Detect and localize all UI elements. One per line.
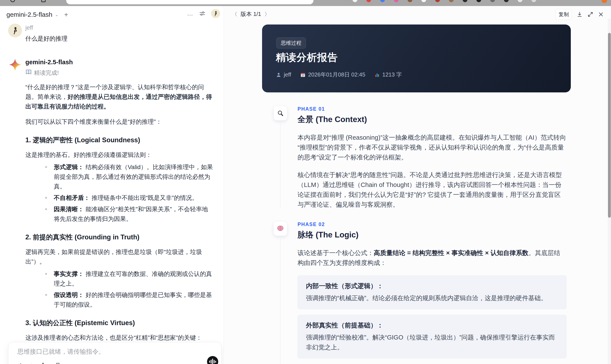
report-document: 思维过程 精读分析报告 jeff 17 2026年01月08日 02:45 12…: [262, 25, 571, 364]
chat-input[interactable]: [17, 348, 207, 358]
report-meta: jeff 17 2026年01月08日 02:45 1213 字: [276, 71, 402, 78]
skills-diamond-icon[interactable]: [40, 362, 46, 364]
gemini-icon: [8, 58, 22, 72]
author-meta: jeff: [276, 71, 291, 78]
reload-icon[interactable]: [10, 0, 15, 2]
phase-paragraph: 核心情境在于解决“思考的随意性”问题。不论是人类通过批判性思维进行决策，还是大语…: [298, 170, 567, 209]
section-heading-2: 2. 前提的真实性 (Grounding in Truth): [25, 232, 213, 242]
section-heading-3: 3. 认知的公正性 (Epistemic Virtues): [25, 318, 213, 328]
list-item: 形式逻辑：结构必须有效（Valid）。比如演绎推理中，如果前提全部为真，那么通过…: [25, 162, 213, 191]
extension-icon[interactable]: [435, 0, 440, 2]
waveform-icon: [209, 359, 216, 364]
artifact-toolbar: 〈 版本 1/1 〉 复制: [224, 6, 611, 22]
version-label: 版本 1/1: [240, 10, 261, 18]
phase-paragraph: 本内容是对“推理 (Reasoning)”这一抽象概念的高层建模。在知识爆炸与人…: [298, 133, 567, 162]
report-badge: 思维过程: [276, 37, 306, 49]
assistant-name: gemini-2.5-flash: [25, 57, 213, 66]
book-icon: [25, 69, 32, 77]
assistant-message: gemini-2.5-flash 精读完成! “什么是好的推理？”这是一个涉及逻…: [0, 57, 224, 364]
list-item: 事实支撑：推理建立在可靠的数据、准确的观测或公认的真理之上。: [25, 269, 213, 288]
artifact-panel: 〈 版本 1/1 〉 复制 思维: [224, 6, 611, 364]
bookmark-icon[interactable]: [55, 362, 61, 364]
download-icon[interactable]: [577, 11, 583, 17]
logic-card-internal-consistency: 内部一致性（形式逻辑）： 强调推理的“机械正确”。结论必须在给定的规则系统内逻辑…: [298, 275, 567, 309]
phase-label: PHASE 02: [298, 221, 567, 227]
extension-icon[interactable]: [449, 0, 454, 2]
copy-button[interactable]: 复制: [556, 9, 572, 20]
next-version-button[interactable]: 〉: [265, 11, 270, 18]
close-icon[interactable]: [598, 12, 604, 17]
extension-icon[interactable]: [421, 0, 426, 2]
extension-icon[interactable]: [463, 0, 467, 2]
phase-1-section: PHASE 01 全景 (The Context) 本内容是对“推理 (Reas…: [262, 106, 571, 209]
logic-cards: 内部一致性（形式逻辑）： 强调推理的“机械正确”。结论必须在给定的规则系统内逻辑…: [298, 275, 567, 364]
report-hero: 思维过程 精读分析报告 jeff 17 2026年01月08日 02:45 12…: [262, 25, 571, 92]
list-item: 因果清晰：能准确区分“相关性”和“因果关系”，不会轻率地将先后发生的事情归为因果…: [25, 204, 213, 224]
prev-version-button[interactable]: 〈: [232, 11, 237, 18]
extension-icon[interactable]: [366, 0, 371, 2]
user-name: jeff: [25, 23, 213, 31]
user-avatar: [8, 24, 22, 37]
chat-scroll-area[interactable]: jeff 什么是好的推理 gemini-2.5-flash: [0, 20, 224, 364]
chat-header: gemini-2.5-flash ⌄ + …: [0, 6, 224, 20]
scrollbar[interactable]: [608, 18, 611, 364]
extension-icon[interactable]: [353, 0, 357, 2]
extension-icon[interactable]: [380, 0, 385, 2]
user-avatar[interactable]: [211, 9, 220, 18]
bar-chart-icon: [374, 72, 380, 78]
logic-card-external-truth: 外部真实性（前提基础）： 强调推理的“经验校准”。解决“GIGO（垃圾进，垃圾出…: [298, 315, 567, 358]
expand-icon[interactable]: [587, 11, 593, 17]
more-menu-button[interactable]: …: [187, 10, 194, 17]
magnifier-icon: [274, 106, 287, 120]
user-message: jeff 什么是好的推理: [0, 23, 224, 43]
brain-icon: [274, 221, 287, 236]
svg-text:17: 17: [302, 74, 304, 77]
browser-chrome: [0, 0, 611, 6]
extension-icon[interactable]: [490, 0, 495, 2]
list-item: 不自相矛盾：推理链条中不能出现“既是又非”的情况。: [25, 193, 213, 203]
model-selector[interactable]: gemini-2.5-flash: [6, 11, 52, 18]
extension-toolbar: [353, 0, 536, 2]
bullet-list: 形式逻辑：结构必须有效（Valid）。比如演绎推理中，如果前提全部为真，那么通过…: [25, 162, 213, 224]
settings-sliders-icon[interactable]: [199, 10, 206, 17]
extension-icon[interactable]: [518, 0, 522, 2]
phase-2-section: PHASE 02 脉络 (The Logic) 该论述基于一个核心公式：高质量结…: [262, 221, 571, 364]
assistant-status: 精读完成!: [25, 69, 213, 77]
new-chat-button[interactable]: +: [64, 11, 68, 19]
calendar-icon: 17: [300, 72, 306, 78]
bullet-list: 事实支撑：推理建立在可靠的数据、准确的观测或公认的真理之上。 假设透明：好的推理…: [25, 269, 213, 309]
phase-title: 脉络 (The Logic): [298, 230, 567, 240]
extension-icon[interactable]: [477, 0, 481, 2]
report-title: 精读分析报告: [276, 51, 338, 64]
chat-panel: gemini-2.5-flash ⌄ + … jeff 什么是好的推理: [0, 6, 224, 364]
person-icon: [276, 72, 281, 78]
extension-icon[interactable]: [394, 0, 398, 2]
browser-profile-avatar[interactable]: [601, 0, 607, 3]
list-item: 假设透明：好的推理会明确指明哪些是已知事实，哪些是基于可能的假设。: [25, 290, 213, 309]
user-message-text: 什么是好的推理: [25, 35, 213, 43]
divider: [31, 362, 31, 364]
word-count-meta: 1213 字: [374, 71, 402, 78]
phase-paragraph: 该论述基于一个核心公式：高质量结论 = 结构完整性 × 事实准确性 × 认知自律…: [298, 248, 567, 268]
phase-title: 全景 (The Context): [298, 114, 567, 125]
phase-label: PHASE 01: [298, 106, 567, 112]
assistant-markdown: “什么是好的推理？”这是一个涉及逻辑学、认知科学和哲学核心的问题。简单来说，好的…: [25, 82, 213, 364]
apps-grid-icon[interactable]: [41, 0, 46, 2]
extension-icon[interactable]: [408, 0, 412, 2]
chat-composer: +: [8, 342, 221, 364]
extension-icon[interactable]: [504, 0, 509, 2]
attach-plus-button[interactable]: +: [18, 361, 23, 364]
section-heading-1: 1. 逻辑的严密性 (Logical Soundness): [25, 135, 213, 145]
voice-input-button[interactable]: [207, 356, 218, 364]
extension-icon[interactable]: [531, 0, 536, 2]
date-meta: 17 2026年01月08日 02:45: [300, 71, 365, 78]
scrollbar-thumb[interactable]: [608, 33, 611, 218]
address-bar[interactable]: [66, 0, 313, 4]
chevron-down-icon[interactable]: ⌄: [55, 12, 58, 17]
version-nav: 〈 版本 1/1 〉: [232, 10, 270, 18]
